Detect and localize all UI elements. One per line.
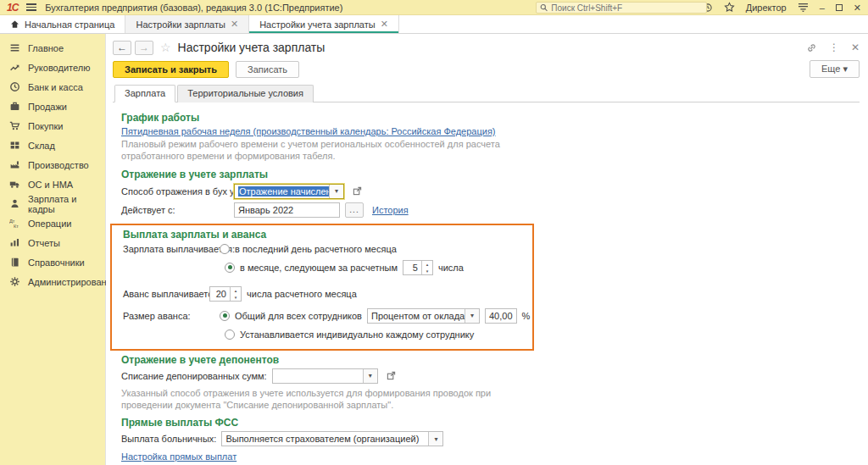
gear-icon: [9, 276, 20, 287]
get-link-icon[interactable]: [806, 42, 817, 53]
percent-suffix: %: [522, 311, 531, 321]
spinner-arrows-icon[interactable]: ▴▾: [421, 261, 432, 274]
tab-salary-accounting-settings[interactable]: Настройки учета зарплаты ✕: [249, 15, 399, 33]
global-search[interactable]: [536, 2, 707, 14]
more-menu-icon[interactable]: ⋮: [829, 42, 839, 53]
tab-zarplata[interactable]: Зарплата: [114, 85, 175, 102]
chevron-down-icon[interactable]: ▾: [363, 369, 377, 383]
service-menu-icon[interactable]: [798, 3, 809, 12]
titlebar: 1С Бухгалтерия предприятия (базовая), ре…: [0, 0, 868, 15]
chevron-down-icon[interactable]: ▾: [465, 309, 479, 323]
advance-day-spinner[interactable]: 20 ▴▾: [209, 286, 242, 302]
sidebar-item-label: Банк и касса: [28, 82, 83, 92]
deponents-writeoff-combobox[interactable]: ▾: [272, 368, 378, 384]
sidebar-item-label: Производство: [28, 160, 89, 170]
sidebar-item-operations[interactable]: ДтКт Операции: [0, 213, 105, 233]
page-title: Настройки учета зарплаты: [178, 41, 326, 54]
spinner-arrows-icon[interactable]: ▴▾: [230, 287, 241, 301]
sidebar-item-reports[interactable]: Отчеты: [0, 233, 105, 252]
sidebar-item-label: Главное: [28, 43, 64, 53]
favorite-star-icon[interactable]: ☆: [160, 41, 171, 54]
section-salary-payment: Выплата зарплаты и аванса: [123, 229, 524, 241]
sidebar-item-warehouse[interactable]: Склад: [0, 136, 105, 155]
open-item-icon[interactable]: [353, 186, 362, 196]
history-link[interactable]: История: [372, 205, 409, 215]
chevron-down-icon[interactable]: ▾: [428, 432, 442, 446]
person-icon: [9, 198, 20, 209]
sidebar-item-main[interactable]: Главное: [0, 38, 105, 58]
close-tab-icon[interactable]: ✕: [231, 19, 238, 30]
warehouse-icon: [9, 140, 20, 151]
current-user[interactable]: Директор: [746, 3, 787, 13]
save-button[interactable]: Записать: [236, 61, 299, 78]
back-button[interactable]: ←: [113, 41, 131, 55]
more-button[interactable]: Еще ▾: [810, 60, 860, 78]
radio-individual-advance[interactable]: [225, 329, 235, 340]
radio-common-advance[interactable]: [220, 311, 230, 321]
reflection-method-label: Способ отражения в бух учете:: [121, 186, 229, 197]
advance-size-label: Размер аванса:: [123, 311, 214, 321]
cart-icon: [9, 120, 20, 131]
maximize-button[interactable]: [836, 4, 843, 11]
sidebar-item-bank-cash[interactable]: Банк и касса: [0, 77, 105, 97]
sidebar-item-manager[interactable]: Руководителю: [0, 58, 105, 77]
save-close-button[interactable]: Записать и закрыть: [113, 61, 229, 78]
sidebar-item-production[interactable]: Производство: [0, 155, 105, 174]
form-tabs: Зарплата Территориальные условия: [113, 84, 860, 102]
radio-last-day[interactable]: [220, 244, 230, 254]
radio-next-month[interactable]: [225, 263, 235, 273]
work-schedule-link[interactable]: Пятидневная рабочая неделя (производстве…: [121, 126, 496, 136]
tab-territorial[interactable]: Территориальные условия: [177, 85, 314, 102]
payment-highlight-box: Выплата зарплаты и аванса Зарплата выпла…: [110, 224, 534, 351]
sidebar-item-label: Зарплата и кадры: [28, 194, 102, 214]
advance-day-suffix: числа расчетного месяца: [247, 289, 357, 299]
sidebar-item-sales[interactable]: Продажи: [0, 97, 105, 116]
sidebar-item-label: Операции: [28, 219, 71, 229]
sidebar-item-purchases[interactable]: Покупки: [0, 116, 105, 136]
menu-icon: [9, 42, 20, 53]
content-panel: ← → ☆ Настройки учета зарплаты ⋮ ✕ Запис…: [106, 34, 868, 465]
close-window-button[interactable]: ✕: [854, 3, 861, 12]
trend-icon: [9, 62, 20, 73]
direct-payments-link[interactable]: Настройка прямых выплат: [121, 451, 236, 462]
sidebar-item-label: Продажи: [28, 102, 67, 112]
chevron-down-icon[interactable]: ▾: [329, 185, 343, 198]
svg-text:Дт: Дт: [9, 219, 15, 224]
briefcase-icon: [9, 101, 20, 112]
1c-logo: 1С: [7, 2, 18, 14]
section-salary-reflection: Отражение в учете зарплаты: [121, 169, 860, 180]
sidebar-item-administration[interactable]: Администрирование: [0, 272, 105, 291]
forward-button[interactable]: →: [135, 41, 153, 55]
search-icon: [540, 3, 548, 12]
radio-individual-advance-label[interactable]: Устанавливается индивидуально каждому со…: [240, 329, 474, 340]
home-icon: [10, 19, 19, 29]
app-title: Бухгалтерия предприятия (базовая), редак…: [45, 3, 342, 13]
sick-pay-combobox[interactable]: Выполняется страхователем (организацией)…: [221, 431, 443, 446]
tab-salary-settings[interactable]: Настройки зарплаты ✕: [125, 15, 249, 33]
sidebar-item-salary-hr[interactable]: Зарплата и кадры: [0, 194, 105, 213]
close-tab-icon[interactable]: ✕: [381, 19, 388, 30]
sidebar-item-label: Администрирование: [28, 277, 117, 287]
radio-last-day-label[interactable]: в последний день расчетного месяца: [235, 244, 397, 254]
sidebar-item-directories[interactable]: Справочники: [0, 252, 105, 272]
tab-label: Начальная страница: [25, 19, 114, 30]
minimize-button[interactable]: –: [820, 3, 825, 12]
effective-date-field[interactable]: Январь 2022: [234, 202, 340, 218]
radio-next-month-label[interactable]: в месяце, следующем за расчетным: [240, 263, 398, 273]
tab-home[interactable]: Начальная страница: [0, 15, 125, 33]
sidebar-item-fixed-assets[interactable]: ОС и НМА: [0, 174, 105, 194]
search-input[interactable]: [551, 3, 703, 13]
close-form-icon[interactable]: ✕: [851, 42, 860, 53]
advance-percent-field[interactable]: 40,00: [485, 308, 517, 324]
main-menu-icon[interactable]: [26, 3, 36, 11]
radio-common-advance-label[interactable]: Общий для всех сотрудников: [235, 311, 362, 321]
tab-label: Настройки зарплаты: [136, 19, 225, 30]
advance-method-combobox[interactable]: Процентом от оклада ▾: [367, 308, 480, 324]
reflection-method-combobox[interactable]: Отражение начислений п ▾: [234, 184, 344, 199]
choose-date-button[interactable]: ...: [345, 202, 364, 218]
favorites-star-icon[interactable]: [724, 2, 735, 13]
section-work-schedule: График работы: [121, 112, 860, 124]
open-item-icon[interactable]: [387, 371, 396, 380]
svg-text:Кт: Кт: [14, 224, 19, 229]
salary-day-spinner[interactable]: 5 ▴▾: [403, 260, 433, 275]
